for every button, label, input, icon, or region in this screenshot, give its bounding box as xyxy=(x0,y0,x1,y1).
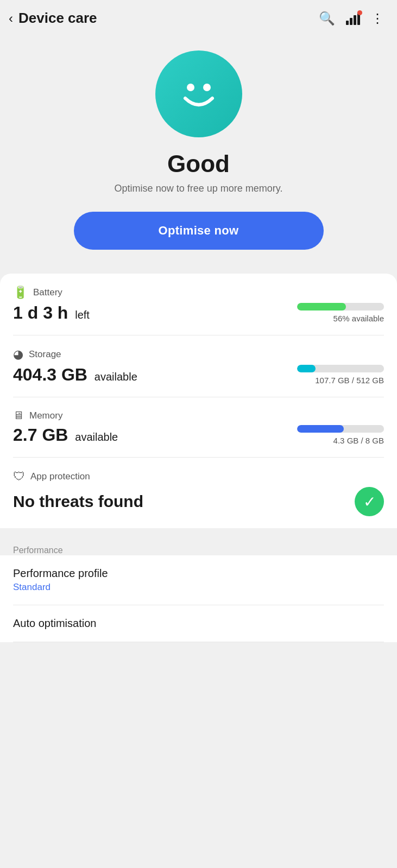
auto-optimisation-item[interactable]: Auto optimisation xyxy=(13,605,384,642)
storage-suffix: available xyxy=(94,371,137,383)
battery-progress-bg xyxy=(297,303,384,311)
memory-right: 4.3 GB / 8 GB xyxy=(297,425,384,445)
signal-dot xyxy=(357,10,362,15)
device-status: Good xyxy=(167,150,230,178)
memory-value-group: 2.7 GB available xyxy=(13,425,118,445)
page-title: Device care xyxy=(18,10,97,27)
storage-progress-bg xyxy=(297,365,384,372)
performance-card: Performance profile Standard Auto optimi… xyxy=(0,555,397,642)
cards-section: 🔋 Battery 1 d 3 h left 56% available ◕ S… xyxy=(0,274,397,528)
performance-profile-item[interactable]: Performance profile Standard xyxy=(13,555,384,605)
status-icon xyxy=(155,50,242,137)
battery-value: 1 d 3 h xyxy=(13,303,73,322)
app-protection-label: App protection xyxy=(30,471,90,482)
auto-optimisation-title: Auto optimisation xyxy=(13,617,384,630)
memory-progress-label: 4.3 GB / 8 GB xyxy=(333,436,384,445)
battery-card[interactable]: 🔋 Battery 1 d 3 h left 56% available xyxy=(13,274,384,335)
memory-label: Memory xyxy=(29,410,62,421)
storage-progress-label: 107.7 GB / 512 GB xyxy=(315,376,384,385)
storage-icon: ◕ xyxy=(13,347,23,362)
performance-section-label: Performance xyxy=(13,546,63,555)
storage-value: 404.3 GB xyxy=(13,365,92,384)
storage-header: ◕ Storage xyxy=(13,347,384,362)
memory-body: 2.7 GB available 4.3 GB / 8 GB xyxy=(13,425,384,445)
memory-header: 🖥 Memory xyxy=(13,409,384,422)
hero-section: Good Optimise now to free up more memory… xyxy=(0,34,397,271)
memory-icon: 🖥 xyxy=(13,409,24,422)
storage-right: 107.7 GB / 512 GB xyxy=(297,365,384,385)
battery-body: 1 d 3 h left 56% available xyxy=(13,303,384,323)
memory-value: 2.7 GB xyxy=(13,425,73,445)
memory-progress-fill xyxy=(297,425,344,433)
header: ‹ Device care 🔍 ⋮ xyxy=(0,0,397,34)
storage-value-group: 404.3 GB available xyxy=(13,365,137,385)
storage-body: 404.3 GB available 107.7 GB / 512 GB xyxy=(13,365,384,385)
app-protection-header: 🛡 App protection xyxy=(13,470,384,484)
header-right: 🔍 ⋮ xyxy=(319,11,384,26)
svg-point-1 xyxy=(203,84,211,91)
memory-suffix: available xyxy=(75,431,118,443)
battery-label: Battery xyxy=(33,287,62,298)
app-protection-card[interactable]: 🛡 App protection No threats found ✓ xyxy=(13,458,384,528)
performance-section: Performance xyxy=(0,535,397,555)
storage-label: Storage xyxy=(29,349,61,360)
no-threats-status: No threats found xyxy=(13,492,143,511)
performance-profile-title: Performance profile xyxy=(13,567,384,580)
shield-check-icon: ✓ xyxy=(355,487,384,516)
smiley-face-svg xyxy=(172,67,226,121)
signal-icon xyxy=(346,12,360,25)
battery-progress-fill xyxy=(297,303,346,311)
search-icon[interactable]: 🔍 xyxy=(319,11,335,26)
memory-card[interactable]: 🖥 Memory 2.7 GB available 4.3 GB / 8 GB xyxy=(13,397,384,458)
hero-subtitle: Optimise now to free up more memory. xyxy=(115,183,283,194)
app-protection-body: No threats found ✓ xyxy=(13,487,384,516)
memory-progress-bg xyxy=(297,425,384,433)
battery-header: 🔋 Battery xyxy=(13,286,384,300)
header-left: ‹ Device care xyxy=(9,10,97,27)
app-protection-icon: 🛡 xyxy=(13,470,25,484)
storage-progress-fill xyxy=(297,365,316,372)
performance-profile-value: Standard xyxy=(13,582,384,593)
section-divider xyxy=(0,528,397,535)
battery-right: 56% available xyxy=(297,303,384,323)
battery-icon: 🔋 xyxy=(13,286,28,300)
svg-point-0 xyxy=(187,84,194,91)
optimise-now-button[interactable]: Optimise now xyxy=(74,212,324,250)
battery-suffix: left xyxy=(75,309,90,321)
battery-value-group: 1 d 3 h left xyxy=(13,303,90,323)
back-button[interactable]: ‹ xyxy=(9,11,13,26)
storage-card[interactable]: ◕ Storage 404.3 GB available 107.7 GB / … xyxy=(13,335,384,397)
more-options-icon[interactable]: ⋮ xyxy=(371,11,384,26)
battery-progress-label: 56% available xyxy=(333,314,384,323)
